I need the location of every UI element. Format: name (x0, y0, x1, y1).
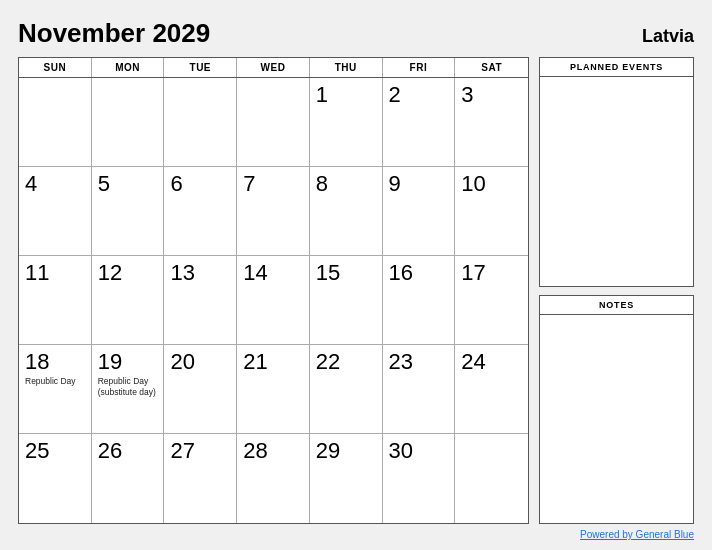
sidebar: PLANNED EVENTS NOTES (539, 57, 694, 524)
calendar-cell: 14 (237, 256, 310, 345)
day-headers: SUNMONTUEWEDTHUFRISAT (19, 58, 528, 78)
calendar-cell: 18Republic Day (19, 345, 92, 434)
day-number: 24 (461, 350, 522, 374)
day-number: 19 (98, 350, 158, 374)
calendar-cell: 7 (237, 167, 310, 256)
day-number: 3 (461, 83, 522, 107)
day-number: 25 (25, 439, 85, 463)
day-number: 11 (25, 261, 85, 285)
calendar-cell (19, 78, 92, 167)
day-number: 14 (243, 261, 303, 285)
day-number: 28 (243, 439, 303, 463)
day-number: 16 (389, 261, 449, 285)
calendar-cell: 1 (310, 78, 383, 167)
calendar-cell (455, 434, 528, 523)
calendar-cell: 6 (164, 167, 237, 256)
calendar-cell (237, 78, 310, 167)
day-number: 7 (243, 172, 303, 196)
day-number: 30 (389, 439, 449, 463)
header: November 2029 Latvia (18, 18, 694, 49)
calendar-cell: 11 (19, 256, 92, 345)
notes-box: NOTES (539, 295, 694, 525)
calendar-cell: 10 (455, 167, 528, 256)
day-number: 20 (170, 350, 230, 374)
planned-events-title: PLANNED EVENTS (540, 58, 693, 77)
page-title: November 2029 (18, 18, 210, 49)
calendar-cell: 27 (164, 434, 237, 523)
footer-link[interactable]: Powered by General Blue (580, 529, 694, 540)
calendar: SUNMONTUEWEDTHUFRISAT 123456789101112131… (18, 57, 529, 524)
country-label: Latvia (642, 26, 694, 47)
day-number: 29 (316, 439, 376, 463)
page: November 2029 Latvia SUNMONTUEWEDTHUFRIS… (0, 0, 712, 550)
day-number: 8 (316, 172, 376, 196)
notes-content (540, 315, 693, 524)
day-header: SUN (19, 58, 92, 77)
day-number: 6 (170, 172, 230, 196)
day-header: THU (310, 58, 383, 77)
main-content: SUNMONTUEWEDTHUFRISAT 123456789101112131… (18, 57, 694, 524)
day-number: 15 (316, 261, 376, 285)
calendar-cell: 5 (92, 167, 165, 256)
day-header: FRI (383, 58, 456, 77)
planned-events-box: PLANNED EVENTS (539, 57, 694, 287)
calendar-cell (92, 78, 165, 167)
calendar-grid: 123456789101112131415161718Republic Day1… (19, 78, 528, 523)
day-number: 5 (98, 172, 158, 196)
calendar-cell: 17 (455, 256, 528, 345)
day-header: TUE (164, 58, 237, 77)
day-number: 10 (461, 172, 522, 196)
holiday-label: Republic Day (25, 376, 85, 387)
calendar-cell: 4 (19, 167, 92, 256)
day-number: 22 (316, 350, 376, 374)
day-number: 23 (389, 350, 449, 374)
day-header: SAT (455, 58, 528, 77)
day-number: 1 (316, 83, 376, 107)
day-number: 17 (461, 261, 522, 285)
calendar-cell: 25 (19, 434, 92, 523)
holiday-label: Republic Day (substitute day) (98, 376, 158, 398)
notes-title: NOTES (540, 296, 693, 315)
calendar-cell: 29 (310, 434, 383, 523)
calendar-cell: 24 (455, 345, 528, 434)
day-number: 2 (389, 83, 449, 107)
calendar-cell: 15 (310, 256, 383, 345)
day-header: WED (237, 58, 310, 77)
calendar-cell: 16 (383, 256, 456, 345)
calendar-cell: 12 (92, 256, 165, 345)
day-number: 4 (25, 172, 85, 196)
day-number: 21 (243, 350, 303, 374)
calendar-cell: 20 (164, 345, 237, 434)
calendar-cell: 13 (164, 256, 237, 345)
calendar-cell: 8 (310, 167, 383, 256)
calendar-cell: 9 (383, 167, 456, 256)
calendar-cell: 22 (310, 345, 383, 434)
calendar-cell: 21 (237, 345, 310, 434)
day-header: MON (92, 58, 165, 77)
calendar-cell: 3 (455, 78, 528, 167)
calendar-cell: 26 (92, 434, 165, 523)
planned-events-content (540, 77, 693, 286)
calendar-cell (164, 78, 237, 167)
calendar-cell: 23 (383, 345, 456, 434)
day-number: 13 (170, 261, 230, 285)
day-number: 12 (98, 261, 158, 285)
calendar-cell: 19Republic Day (substitute day) (92, 345, 165, 434)
day-number: 27 (170, 439, 230, 463)
day-number: 26 (98, 439, 158, 463)
day-number: 18 (25, 350, 85, 374)
footer: Powered by General Blue (18, 529, 694, 540)
calendar-cell: 28 (237, 434, 310, 523)
calendar-cell: 30 (383, 434, 456, 523)
calendar-cell: 2 (383, 78, 456, 167)
day-number: 9 (389, 172, 449, 196)
